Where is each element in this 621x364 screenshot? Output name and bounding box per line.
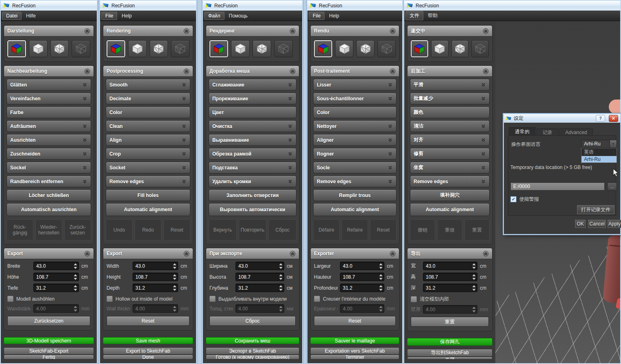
automatic-alignment-button[interactable]: Automatic alignment bbox=[313, 203, 397, 216]
collapse-chevron-up-icon[interactable] bbox=[84, 68, 90, 74]
render-mode-wireframe-dark-cube[interactable] bbox=[72, 40, 90, 57]
tool-button[interactable]: Rogner bbox=[313, 148, 397, 160]
tool-button[interactable]: Sous-échantillonner bbox=[313, 93, 397, 104]
collapse-chevron-up-icon[interactable] bbox=[390, 251, 396, 257]
fill-holes-button[interactable]: Заполнить отверстия bbox=[209, 189, 296, 201]
redo-button[interactable]: Refaire bbox=[342, 219, 368, 240]
save-mesh-button[interactable]: Сохранить меш bbox=[206, 337, 299, 344]
menu-help[interactable]: 帮助 bbox=[424, 11, 441, 20]
language-option-arhi-ru[interactable]: Arhi-Ru bbox=[582, 156, 617, 162]
dimension-input[interactable]: 43.0 bbox=[340, 262, 384, 270]
rendering-panel-header[interactable]: Рендеринг bbox=[206, 26, 299, 37]
reset-history-button[interactable]: Reset bbox=[370, 219, 397, 240]
undo-button[interactable]: Вернуть bbox=[209, 219, 237, 240]
tool-button[interactable]: Align bbox=[106, 134, 190, 146]
temp-location-input[interactable]: E:/0000 bbox=[510, 182, 605, 191]
export-reset-button[interactable]: Zurücksetzen bbox=[7, 316, 90, 326]
menu-help[interactable]: Помощь bbox=[225, 12, 251, 20]
window-titlebar[interactable]: RecFusion bbox=[100, 1, 196, 11]
dimension-input[interactable]: 108.7 bbox=[133, 273, 178, 281]
collapse-chevron-up-icon[interactable] bbox=[183, 68, 190, 74]
menu-file[interactable]: Datei bbox=[2, 12, 22, 20]
dimension-input[interactable]: 108.7 bbox=[33, 273, 79, 281]
redo-button[interactable]: 重做 bbox=[437, 219, 462, 240]
rendering-panel-header[interactable]: Rendering bbox=[103, 26, 193, 37]
export-panel-header[interactable]: При экспорте bbox=[206, 248, 299, 259]
render-mode-solid-cube[interactable] bbox=[128, 40, 147, 57]
ok-button[interactable]: OK bbox=[575, 220, 586, 228]
dimension-input[interactable]: 31.2 bbox=[133, 284, 178, 292]
tool-button[interactable]: Очистка bbox=[209, 120, 296, 132]
render-mode-solid-cube[interactable] bbox=[431, 40, 449, 57]
render-mode-solid-cube[interactable] bbox=[231, 40, 250, 57]
hollow-model-checkbox[interactable] bbox=[411, 296, 417, 302]
undo-button[interactable]: Undo bbox=[106, 219, 133, 240]
export-reset-button[interactable]: Reset bbox=[107, 316, 190, 326]
save-mesh-button[interactable]: 保存网孔 bbox=[407, 338, 492, 346]
postprocessing-panel-header[interactable]: Postprocessing bbox=[103, 66, 193, 77]
postprocessing-panel-header[interactable]: Доработка меша bbox=[206, 66, 299, 77]
render-mode-textured-cube[interactable] bbox=[107, 40, 125, 57]
fill-holes-button[interactable]: Remplir trous bbox=[313, 189, 397, 201]
fill-holes-button[interactable]: Löcher schließen bbox=[7, 189, 91, 201]
tool-button[interactable]: Crop bbox=[106, 148, 190, 160]
rendering-panel-header[interactable]: 递交中 bbox=[407, 26, 492, 37]
done-button[interactable]: Done bbox=[103, 355, 193, 360]
export-panel-header[interactable]: Export bbox=[4, 248, 94, 259]
undo-button[interactable]: 撤销 bbox=[410, 219, 435, 240]
tool-button[interactable]: 批量减少 bbox=[410, 93, 490, 104]
menu-help[interactable]: Help bbox=[325, 12, 343, 20]
tool-button[interactable]: 对齐 bbox=[410, 134, 490, 146]
render-mode-wireframe-light-cube[interactable] bbox=[451, 40, 469, 57]
dialog-help-button[interactable]: ? bbox=[596, 115, 605, 122]
tool-button[interactable]: Randbereich entfernen bbox=[7, 176, 91, 187]
tool-button[interactable]: Aligner bbox=[313, 134, 397, 146]
enable-alarm-checkbox[interactable]: ✓ bbox=[510, 196, 516, 202]
hollow-model-checkbox[interactable] bbox=[209, 296, 216, 302]
open-log-file-button[interactable]: 打开记录文件 bbox=[577, 205, 614, 214]
dimension-input[interactable]: 108.7 bbox=[423, 273, 477, 281]
tool-button[interactable]: 修剪 bbox=[410, 148, 490, 160]
collapse-chevron-up-icon[interactable] bbox=[390, 68, 396, 74]
tab-general[interactable]: 通常的 bbox=[509, 127, 536, 136]
undo-button[interactable]: Défaire bbox=[313, 219, 340, 240]
sketchfab-export-button[interactable]: 导出到SketchFab bbox=[407, 349, 492, 357]
collapse-chevron-up-icon[interactable] bbox=[483, 28, 489, 34]
collapse-chevron-up-icon[interactable] bbox=[84, 28, 90, 34]
sketchfab-export-button[interactable]: Экспорт в SketchFab bbox=[206, 347, 299, 354]
done-button[interactable]: 完成 bbox=[407, 357, 492, 360]
render-mode-wireframe-light-cube[interactable] bbox=[150, 40, 168, 57]
collapse-chevron-up-icon[interactable] bbox=[290, 251, 296, 257]
tool-button[interactable]: Сглаживание bbox=[209, 79, 296, 91]
language-dropdown[interactable]: Arhi-Ru ▼ bbox=[581, 140, 617, 148]
export-panel-header[interactable]: Exporter bbox=[311, 248, 399, 259]
sketchfab-export-button[interactable]: Exportation vers SketchFab bbox=[310, 347, 399, 354]
collapse-chevron-up-icon[interactable] bbox=[290, 28, 296, 34]
reset-history-button[interactable]: Сброс bbox=[268, 219, 296, 240]
dimension-input[interactable]: 43.0 bbox=[235, 262, 284, 270]
collapse-chevron-up-icon[interactable] bbox=[183, 28, 190, 34]
render-mode-wireframe-light-cube[interactable] bbox=[50, 40, 69, 57]
render-mode-solid-cube[interactable] bbox=[335, 40, 353, 57]
render-mode-textured-cube[interactable] bbox=[209, 40, 228, 57]
reset-history-button[interactable]: Reset bbox=[163, 219, 190, 240]
menu-help[interactable]: Hilfe bbox=[22, 12, 39, 20]
dimension-input[interactable]: 43.0 bbox=[423, 262, 477, 270]
tool-button[interactable]: Glätten bbox=[7, 79, 91, 91]
tool-button[interactable]: Выравнивание bbox=[209, 134, 296, 146]
render-mode-solid-cube[interactable] bbox=[29, 40, 48, 57]
window-titlebar[interactable]: RecFusion bbox=[404, 1, 620, 11]
dimension-input[interactable]: 108.7 bbox=[340, 273, 384, 281]
tool-button[interactable]: 颜色 bbox=[410, 106, 490, 118]
rendering-panel-header[interactable]: Darstellung bbox=[4, 26, 94, 37]
export-reset-button[interactable]: 重置 bbox=[411, 317, 489, 327]
redo-button[interactable]: Redo bbox=[135, 219, 161, 240]
automatic-alignment-button[interactable]: Automatic alignment bbox=[106, 203, 190, 216]
reset-history-button[interactable]: 重置 bbox=[464, 219, 490, 240]
tool-button[interactable]: Удалить кромки bbox=[209, 176, 296, 187]
menu-file[interactable]: File bbox=[309, 12, 325, 20]
done-button[interactable]: Готово (к новому сканированию) bbox=[206, 355, 299, 360]
export-reset-button[interactable]: Reset bbox=[314, 316, 396, 326]
window-titlebar[interactable]: RecFusion bbox=[307, 1, 402, 11]
fill-holes-button[interactable]: Fill holes bbox=[106, 189, 190, 201]
